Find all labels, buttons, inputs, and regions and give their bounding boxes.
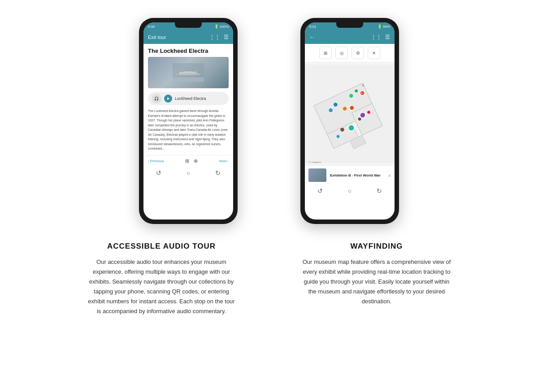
phone1-bottom-nav: ‹ Previous ⊞ ⊕ Next ›	[143, 155, 233, 167]
phone1-content: The Lockheed Electra	[143, 44, 233, 155]
phone2-menu-icon[interactable]: ☰	[385, 34, 390, 40]
phone2-screen: 6:01 🔋 99% ← ⋮⋮ ☰ ⊞ ◎ ⚙ ✕	[305, 22, 395, 220]
exhibit-chevron-icon: ∧	[388, 173, 391, 178]
svg-rect-1	[173, 78, 204, 82]
phone1-battery-pct: 100%	[220, 25, 229, 29]
wayfinding-title: WAYFINDING	[300, 242, 453, 251]
phone2-android-nav: ↺ ○ ↻	[305, 185, 395, 197]
scan-icon[interactable]: ⊕	[194, 158, 198, 164]
phone1-toolbar-icons: ⋮⋮ ☰	[209, 34, 229, 40]
back-arrow-icon[interactable]: ←	[309, 34, 315, 40]
phone2-notch	[336, 22, 363, 28]
wayfinding-desc: Our museum map feature offers a comprehe…	[300, 257, 453, 306]
next-chevron-icon: ›	[227, 159, 229, 163]
exhibit-name: Exhibition B - First World War	[330, 173, 384, 177]
phone1-app-toolbar: Exit tour ⋮⋮ ☰	[143, 30, 233, 44]
phone1-status-right: 🔋 100%	[214, 25, 229, 29]
android-home-icon[interactable]: ○	[187, 169, 190, 177]
audio-track-label: Lockheed Electra	[175, 96, 206, 101]
phone1-aircraft-image	[148, 57, 229, 88]
map-fit-icon[interactable]: ⊞	[319, 47, 332, 59]
map-icon[interactable]: ⊞	[185, 158, 189, 164]
phone-notch	[175, 22, 202, 28]
phone2-android-back[interactable]: ↺	[317, 187, 323, 194]
phone2-toolbar-icons: ⋮⋮ ☰	[371, 34, 390, 40]
phone2-android-recent[interactable]: ↻	[377, 187, 382, 194]
map-toolbar: ⊞ ◎ ⚙ ✕	[305, 44, 395, 62]
mapbox-label: ⬡ mapbox	[308, 160, 321, 164]
feature-wayfinding: WAYFINDING Our museum map feature offers…	[300, 242, 453, 317]
previous-button[interactable]: ‹ Previous	[148, 159, 164, 163]
phones-row: 6:00 🔋 100% Exit tour ⋮⋮ ☰ The Lockheed …	[139, 18, 399, 224]
phone2-share-icon[interactable]: ⋮⋮	[371, 34, 382, 40]
nav-center-icons: ⊞ ⊕	[185, 158, 198, 164]
map-settings-icon[interactable]: ⚙	[351, 47, 364, 59]
phone2-android-home[interactable]: ○	[348, 187, 351, 194]
share-icon[interactable]: ⋮⋮	[209, 34, 220, 40]
exhibit-card[interactable]: Exhibition B - First World War ∧	[305, 165, 395, 185]
audio-tour-title: ACCESSIBLE AUDIO TOUR	[85, 242, 238, 251]
audio-tour-desc: Our accessible audio tour enhances your …	[85, 257, 238, 317]
phone2-battery-icon: 🔋	[377, 25, 382, 29]
svg-point-5	[178, 72, 182, 75]
phone1-battery-icon: 🔋	[214, 25, 219, 29]
headphones-icon: 🎧	[152, 94, 161, 103]
features-row: ACCESSIBLE AUDIO TOUR Our accessible aud…	[22, 242, 516, 317]
next-label: Next	[219, 159, 226, 163]
exhibit-thumbnail	[308, 168, 326, 182]
prev-chevron-icon: ‹	[148, 159, 149, 163]
android-recent-icon[interactable]: ↻	[215, 169, 221, 177]
floor-plan-svg: ✕	[305, 62, 395, 165]
phone2-app-toolbar: ← ⋮⋮ ☰	[305, 30, 395, 44]
previous-label: Previous	[150, 159, 164, 163]
android-back-icon[interactable]: ↺	[156, 169, 161, 177]
phone1-audio-player[interactable]: 🎧 ▶ Lockheed Electra	[148, 92, 229, 105]
phone1-body-text: The Lockheed Electra gained fame through…	[148, 109, 229, 151]
map-close-icon[interactable]: ✕	[368, 47, 380, 59]
play-button[interactable]: ▶	[164, 95, 172, 103]
phone1-toolbar-title: Exit tour	[148, 34, 166, 40]
next-button[interactable]: Next ›	[219, 159, 229, 163]
mapbox-logo-icon: ⬡	[308, 160, 311, 164]
phone1-android-nav: ↺ ○ ↻	[143, 167, 233, 179]
phone2-status-right: 🔋 99%	[377, 25, 390, 29]
phone-wayfinding: 6:01 🔋 99% ← ⋮⋮ ☰ ⊞ ◎ ⚙ ✕	[300, 18, 399, 224]
phone2-battery-pct: 99%	[383, 25, 390, 29]
menu-icon[interactable]: ☰	[224, 34, 229, 40]
feature-audio-tour: ACCESSIBLE AUDIO TOUR Our accessible aud…	[85, 242, 238, 317]
phone1-article-title: The Lockheed Electra	[148, 47, 229, 54]
phone-audio-tour: 6:00 🔋 100% Exit tour ⋮⋮ ☰ The Lockheed …	[139, 18, 238, 224]
phone1-screen: 6:00 🔋 100% Exit tour ⋮⋮ ☰ The Lockheed …	[143, 22, 233, 220]
phone2-time: 6:01	[309, 25, 317, 29]
map-container: ✕	[305, 62, 395, 165]
map-location-icon[interactable]: ◎	[335, 47, 348, 59]
phone1-time: 6:00	[148, 25, 155, 29]
